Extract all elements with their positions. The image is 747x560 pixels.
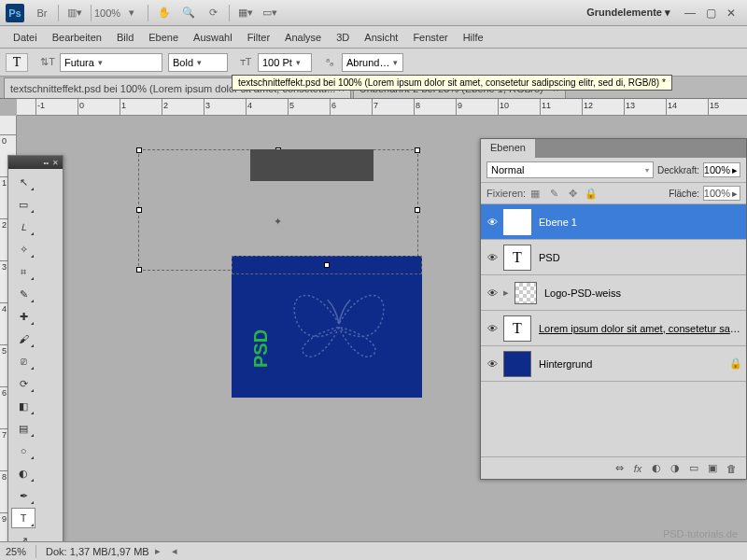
layer-row[interactable]: 👁TLorem ipsum dolor sit amet, consetetur… (481, 311, 746, 346)
workspace-selector[interactable]: Grundelemente ▾ (586, 7, 670, 19)
visibility-icon[interactable]: 👁 (485, 323, 500, 334)
lock-paint-icon[interactable]: ✎ (546, 187, 561, 200)
status-zoom[interactable]: 25% (6, 546, 26, 557)
layer-thumb[interactable]: T (503, 315, 531, 342)
menu-3d[interactable]: 3D (329, 29, 357, 46)
tool-history[interactable]: ⟳ (11, 373, 35, 394)
layer-row[interactable]: 👁Hintergrund🔒 (481, 346, 746, 382)
hand-icon[interactable]: ✋ (154, 3, 175, 23)
text-placeholder-box (250, 149, 374, 181)
link-layers-icon[interactable]: ⇔ (610, 462, 628, 474)
new-layer-icon[interactable]: ▣ (703, 462, 722, 474)
maximize-button[interactable]: ▢ (704, 7, 717, 20)
orientation-icon[interactable]: ⇅T (37, 52, 58, 73)
layers-panel[interactable]: Ebenen Normal Deckkraft: 100%▸ Fixieren:… (480, 138, 747, 480)
layer-thumb[interactable]: T (503, 209, 531, 235)
menu-datei[interactable]: Datei (6, 29, 45, 46)
current-tool-indicator[interactable]: T (6, 53, 28, 72)
layer-name[interactable]: Logo-PSD-weiss (544, 287, 742, 299)
lock-move-icon[interactable]: ✥ (565, 187, 580, 200)
menu-hilfe[interactable]: Hilfe (456, 29, 491, 46)
visibility-icon[interactable]: 👁 (485, 217, 500, 228)
app-logo: Ps (6, 4, 24, 22)
tool-crop[interactable]: ⌗ (11, 261, 35, 282)
layer-row[interactable]: 👁▸Logo-PSD-weiss (481, 275, 746, 311)
screen-icon[interactable]: ▭▾ (260, 3, 280, 23)
zoom-display[interactable]: 100% (97, 3, 118, 23)
visibility-icon[interactable]: 👁 (485, 358, 500, 370)
group-icon[interactable]: ▭ (684, 462, 703, 474)
scroll-left-icon[interactable]: ◂ (172, 545, 177, 557)
status-doc[interactable]: Dok: 1,37 MB/1,97 MB (46, 546, 149, 557)
layer-name[interactable]: Lorem ipsum dolor sit amet, consetetur s… (539, 323, 742, 334)
close-button[interactable]: ✕ (725, 7, 738, 20)
tool-type[interactable]: T (11, 508, 35, 528)
arrange-icon[interactable]: ▦▾ (235, 3, 256, 23)
menu-bild[interactable]: Bild (109, 29, 141, 46)
status-bar: 25% Dok: 1,37 MB/1,97 MB ▸ ◂ (0, 541, 747, 560)
layer-name[interactable]: PSD (539, 252, 742, 263)
menu-bar: Datei Bearbeiten Bild Ebene Auswahl Filt… (0, 26, 747, 49)
menu-ansicht[interactable]: Ansicht (357, 29, 405, 46)
font-size-dropdown[interactable]: 100 Pt (258, 53, 312, 72)
font-family-dropdown[interactable]: Futura (60, 53, 162, 72)
visibility-icon[interactable]: 👁 (485, 252, 500, 263)
tool-stamp[interactable]: ⎚ (11, 351, 35, 371)
layer-name[interactable]: Hintergrund (539, 358, 729, 370)
layers-tabs: Ebenen (481, 139, 746, 158)
opacity-field[interactable]: 100%▸ (703, 162, 740, 177)
mask-icon[interactable]: ◐ (647, 462, 666, 474)
tool-blur[interactable]: ○ (11, 441, 35, 461)
adjustment-icon[interactable]: ◑ (666, 462, 684, 474)
toolbox-collapse-icon[interactable]: •• (43, 159, 49, 167)
rotate-icon[interactable]: ⟳ (203, 3, 223, 23)
tool-eraser[interactable]: ◧ (11, 396, 35, 416)
layer-thumb[interactable] (503, 351, 531, 377)
ruler-horizontal[interactable]: -1012345678910111213141516 (17, 99, 747, 116)
tool-dodge[interactable]: ◐ (11, 463, 35, 483)
marquee-selection[interactable] (232, 256, 422, 274)
status-arrow-icon[interactable]: ▸ (155, 545, 161, 557)
blend-mode-dropdown[interactable]: Normal (486, 161, 654, 178)
size-icon: ᴛT (235, 52, 256, 73)
layer-thumb[interactable] (514, 282, 537, 304)
menu-filter[interactable]: Filter (240, 29, 277, 46)
lock-all-icon[interactable]: 🔒 (584, 187, 599, 200)
layers-tab[interactable]: Ebenen (481, 139, 536, 158)
bridge-icon[interactable]: Br (32, 3, 52, 23)
tool-eyedropper[interactable]: ✎ (11, 284, 35, 304)
layer-row[interactable]: 👁TEbene 1 (481, 204, 746, 240)
tool-pen[interactable]: ✒ (11, 485, 35, 506)
toolbox-close-icon[interactable]: ✕ (52, 159, 59, 167)
menu-ebene[interactable]: Ebene (141, 29, 186, 46)
fill-field[interactable]: 100%▸ (703, 186, 740, 201)
tool-brush[interactable]: 🖌 (11, 329, 35, 349)
zoomtool-icon[interactable]: 🔍 (178, 3, 199, 23)
tool-move[interactable]: ↖ (11, 172, 35, 192)
tool-wand[interactable]: ✧ (11, 239, 35, 259)
zoom-dd-icon[interactable]: ▾ (121, 3, 142, 23)
antialias-dropdown[interactable]: Abrund… (342, 53, 403, 72)
tool-lasso[interactable]: 𝘓 (11, 217, 35, 237)
tool-gradient[interactable]: ▤ (11, 418, 35, 439)
menu-analyse[interactable]: Analyse (277, 29, 329, 46)
trash-icon[interactable]: 🗑 (722, 463, 740, 474)
layer-row[interactable]: 👁TPSD (481, 240, 746, 275)
toolbox-panel[interactable]: •• ✕ ↖▭𝘓✧⌗✎✚🖌⎚⟳◧▤○◐✒T↗▢⬩◉✋🔍 ◙ ▭▾ (7, 155, 63, 560)
fx-icon[interactable]: fx (628, 463, 647, 474)
minimize-button[interactable]: — (684, 7, 697, 20)
toolbox-header[interactable]: •• ✕ (8, 156, 63, 169)
menu-auswahl[interactable]: Auswahl (186, 29, 240, 46)
transform-center-icon[interactable]: ✦ (274, 216, 282, 228)
font-weight-dropdown[interactable]: Bold (168, 53, 228, 72)
menu-fenster[interactable]: Fenster (405, 29, 455, 46)
visibility-icon[interactable]: 👁 (485, 287, 500, 299)
tool-heal[interactable]: ✚ (11, 306, 35, 327)
layer-thumb[interactable]: T (503, 245, 531, 271)
menu-bearbeiten[interactable]: Bearbeiten (45, 29, 109, 46)
tool-marquee[interactable]: ▭ (11, 194, 35, 215)
lock-trans-icon[interactable]: ▦ (528, 187, 543, 200)
layer-name[interactable]: Ebene 1 (539, 217, 742, 228)
viewmode-icon[interactable]: ▥▾ (64, 3, 85, 23)
butterfly-icon (278, 273, 400, 375)
